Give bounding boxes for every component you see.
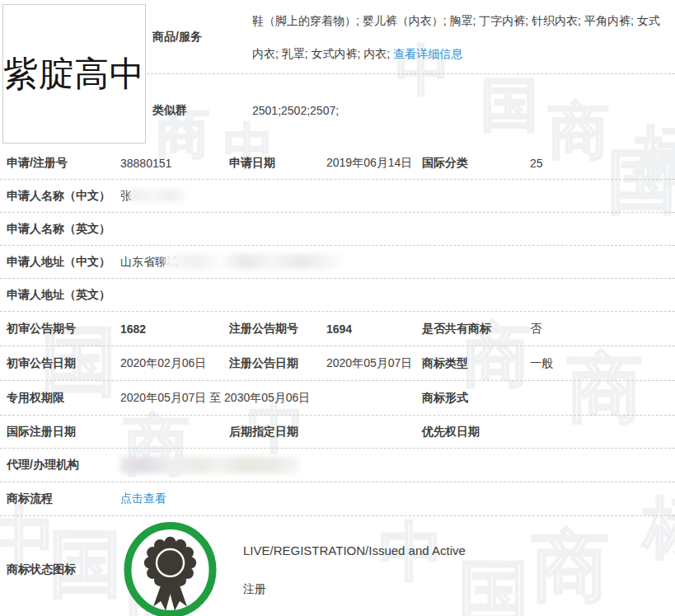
agency-label: 代理/办理机构 bbox=[7, 458, 79, 473]
redaction-blur bbox=[165, 254, 342, 269]
row-applicant-name-cn: 申请人名称（中文） 张 bbox=[0, 180, 675, 213]
reg-gazette-no-value: 1694 bbox=[326, 322, 352, 336]
tm-form-label: 商标形式 bbox=[422, 391, 468, 406]
app-date-value: 2019年06月14日 bbox=[326, 156, 412, 171]
applicant-cn-label: 申请人名称（中文） bbox=[7, 189, 110, 204]
goods-section: 商品/服务 鞋（脚上的穿着物）; 婴儿裤（内衣）; 胸罩; 丁字内裤; 针织内衣… bbox=[147, 0, 675, 147]
trademark-detail-page: 中 国 商 标 商 中 国 国 商 商 中 商 中 国 商 中 国 商 标 紫腚… bbox=[0, 0, 675, 616]
reg-gazette-no-label: 注册公告期号 bbox=[229, 322, 298, 336]
reg-no-value: 38880151 bbox=[120, 157, 171, 170]
reg-gazette-date-value: 2020年05月07日 bbox=[326, 356, 412, 371]
status-label: 商标状态图标 bbox=[7, 562, 76, 577]
later-designation-date-label: 后期指定日期 bbox=[229, 425, 298, 440]
view-details-link[interactable]: 查看详细信息 bbox=[393, 47, 462, 60]
exclusive-period-label: 专用权期限 bbox=[7, 391, 64, 406]
info-table: 申请/注册号 38880151 申请日期 2019年06月14日 国际分类 25… bbox=[0, 147, 675, 616]
reg-gazette-date-label: 注册公告日期 bbox=[229, 356, 298, 371]
applicant-en-label: 申请人名称（英文） bbox=[7, 222, 110, 237]
app-date-label: 申请日期 bbox=[229, 156, 275, 171]
intl-class-label: 国际分类 bbox=[422, 156, 468, 171]
first-gazette-date-value: 2020年02月06日 bbox=[120, 356, 206, 371]
goods-text: 鞋（脚上的穿着物）; 婴儿裤（内衣）; 胸罩; 丁字内裤; 针织内衣; 平角内裤… bbox=[252, 4, 668, 70]
row-gazette-dates: 初审公告日期 2020年02月06日 注册公告日期 2020年05月07日 商标… bbox=[0, 346, 675, 381]
goods-row: 商品/服务 鞋（脚上的穿着物）; 婴儿裤（内衣）; 胸罩; 丁字内裤; 针织内衣… bbox=[147, 0, 675, 74]
redaction-blur bbox=[130, 189, 186, 202]
row-applicant-address-cn: 申请人地址（中文） 山东省聊城 bbox=[0, 246, 675, 279]
row-agency: 代理/办理机构 bbox=[0, 449, 675, 482]
similar-group-label: 类似群 bbox=[152, 103, 187, 118]
first-gazette-no-label: 初审公告期号 bbox=[7, 322, 76, 336]
row-status: 商标状态图标 bbox=[0, 516, 675, 616]
address-cn-label: 申请人地址（中文） bbox=[7, 255, 110, 270]
row-international-dates: 国际注册日期 后期指定日期 优先权日期 bbox=[0, 416, 675, 449]
first-gazette-date-label: 初审公告日期 bbox=[7, 356, 76, 371]
status-text-cn: 注册 bbox=[243, 582, 266, 597]
process-label: 商标流程 bbox=[7, 491, 53, 506]
similar-group-row: 类似群 2501;2502;2507; bbox=[147, 74, 675, 147]
tm-type-label: 商标类型 bbox=[422, 356, 468, 371]
address-en-label: 申请人地址（英文） bbox=[7, 288, 110, 303]
row-exclusive-period: 专用权期限 2020年05月07日 至 2030年05月06日 商标形式 bbox=[0, 381, 675, 416]
priority-date-label: 优先权日期 bbox=[422, 425, 480, 440]
row-process: 商标流程 点击查看 bbox=[0, 482, 675, 516]
intl-class-value: 25 bbox=[530, 157, 543, 170]
goods-label: 商品/服务 bbox=[152, 30, 202, 45]
trademark-status-medal-icon bbox=[124, 521, 217, 616]
redaction-blur bbox=[120, 457, 298, 473]
row-registration-number: 申请/注册号 38880151 申请日期 2019年06月14日 国际分类 25 bbox=[0, 147, 675, 180]
row-applicant-address-en: 申请人地址（英文） bbox=[0, 279, 675, 312]
trademark-image-box: 紫腚高中 bbox=[2, 4, 146, 143]
is-shared-label: 是否共有商标 bbox=[422, 322, 491, 336]
row-gazette-numbers: 初审公告期号 1682 注册公告期号 1694 是否共有商标 否 bbox=[0, 312, 675, 346]
tm-type-value: 一般 bbox=[530, 356, 553, 371]
exclusive-period-value: 2020年05月07日 至 2030年05月06日 bbox=[120, 391, 310, 406]
status-text-en: LIVE/REGISTRATION/Issued and Active bbox=[243, 543, 466, 557]
row-applicant-name-en: 申请人名称（英文） bbox=[0, 213, 675, 246]
intl-reg-date-label: 国际注册日期 bbox=[7, 425, 76, 440]
first-gazette-no-value: 1682 bbox=[120, 322, 146, 336]
click-to-view-link[interactable]: 点击查看 bbox=[120, 491, 166, 506]
is-shared-value: 否 bbox=[530, 322, 541, 336]
similar-group-value: 2501;2502;2507; bbox=[252, 104, 339, 117]
trademark-name: 紫腚高中 bbox=[3, 51, 145, 97]
reg-no-label: 申请/注册号 bbox=[7, 156, 68, 171]
